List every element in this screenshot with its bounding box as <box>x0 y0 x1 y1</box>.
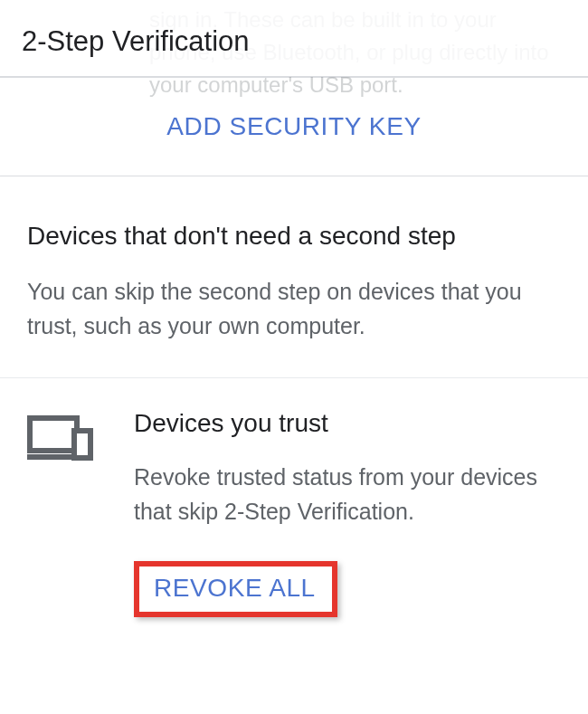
devices-no-second-step-section: Devices that don't need a second step Yo… <box>0 176 588 377</box>
header: 2-Step Verification <box>0 0 588 76</box>
revoke-all-highlight: Revoke All <box>134 561 337 617</box>
revoke-all-button[interactable]: Revoke All <box>154 574 316 602</box>
section-description: You can skip the second step on devices … <box>27 274 561 343</box>
trust-title: Devices you trust <box>134 409 561 438</box>
svg-rect-2 <box>74 431 90 458</box>
devices-you-trust-section: Devices you trust Revoke trusted status … <box>0 378 588 644</box>
add-security-key-button[interactable]: Add Security Key <box>166 112 421 141</box>
section-title: Devices that don't need a second step <box>27 222 561 251</box>
svg-rect-0 <box>30 418 77 451</box>
page-title: 2-Step Verification <box>22 25 566 58</box>
trust-description: Revoke trusted status from your devices … <box>134 460 561 528</box>
devices-icon <box>27 414 94 467</box>
trust-content: Devices you trust Revoke trusted status … <box>134 409 561 617</box>
